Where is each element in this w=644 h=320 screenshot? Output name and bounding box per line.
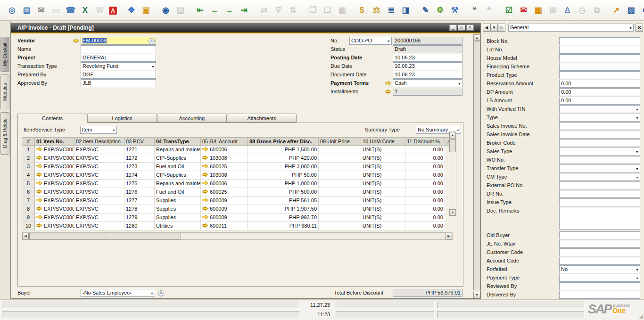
approved-by-field[interactable]: JLB [81,79,156,87]
cell-gl-account[interactable]: 103008 [201,171,248,180]
cell-trans-type[interactable]: Fuel and Oil [155,188,201,197]
database-tools-icon[interactable]: ⚒ [449,5,460,16]
cell-pcv[interactable]: 1273 [124,163,155,171]
cell-gross-price[interactable]: PHP 3,000.00 [248,163,319,171]
cell-item-no[interactable]: EXP/SVC000 [35,163,74,171]
column-header-05-g-l-account[interactable]: 05 G/L Account [201,137,248,146]
cell-item-no[interactable]: EXP/SVC000 [35,213,74,222]
transaction-type-select[interactable]: Revolving Fund▼ [81,62,156,70]
vendor-field[interactable]: EM-00009≡ [81,37,156,45]
name-field[interactable] [81,45,156,53]
cell-gl-account[interactable]: 600025 [201,163,248,171]
fax-icon[interactable]: ☎ [65,5,76,16]
window-vertical-scrollbar[interactable]: ▲ ▼ [473,34,480,298]
last-record-icon[interactable]: ⇥ [239,5,249,16]
tab-logistics[interactable]: Logistics [87,114,157,123]
transfer-type-select[interactable]: ▼ [559,164,640,172]
cell-n[interactable]: 8 [22,205,35,213]
cell-n[interactable]: 9 [22,213,35,222]
cell-pcv[interactable]: 1280 [124,222,155,230]
cell-trans-type[interactable]: CIP-Supplies [155,171,201,180]
column-header-01-item-no[interactable]: 01 Item No. [35,137,74,146]
cell-n[interactable]: 3 [22,163,35,171]
checklist-icon[interactable]: ☑ [504,5,514,16]
doc-remarks-field[interactable] [559,207,640,230]
alerts-icon[interactable]: ✉ [518,5,529,16]
cell-description[interactable]: EXP/SVC [74,146,124,154]
payment-terms-select[interactable]: Cash▼ [393,79,462,87]
cell-unit-price[interactable] [319,197,361,205]
link-arrow-icon[interactable] [202,147,208,152]
lb-amount-field[interactable]: 0.00 [559,97,640,105]
previous-record-icon[interactable]: ← [209,5,220,16]
issue-type-field[interactable] [559,198,640,206]
cell-description[interactable]: EXP/SVC [74,180,124,188]
cell-pcv[interactable]: 1275 [124,180,155,188]
table-row[interactable]: 6EXP/SVC000EXP/SVC1276Fuel and Oil600025… [22,188,460,197]
table-row[interactable]: 2EXP/SVC000EXP/SVC1272CIP-Supplies103008… [22,154,460,163]
cell-uom-code[interactable]: UNIT(S) [361,213,405,222]
cell-gross-price[interactable]: PHP 420.00 [248,154,319,163]
cell-n[interactable]: 1 [22,146,35,154]
cell-item-no[interactable]: EXP/SVC000 [35,180,74,188]
table-row[interactable]: 7EXP/SVC000EXP/SVC1277Supplies600009PHP … [22,197,460,205]
sales-invoice-no-field[interactable] [559,122,640,130]
block-no-field[interactable] [559,37,640,45]
cell-unit-price[interactable] [319,222,361,230]
grid-horizontal-scrollbar[interactable]: ◀ ∷∷ ▶ [22,232,453,240]
sidebar-tab-my-cockpit[interactable]: My Cockpit [0,37,9,72]
cell-unit-price[interactable] [319,171,361,180]
cell-trans-type[interactable]: Supplies [155,197,201,205]
cell-uom-code[interactable]: UNIT(S) [361,146,405,154]
cell-uom-code[interactable]: UNIT(S) [361,205,405,213]
cell-discount[interactable]: 0.00 [405,222,445,230]
cell-gl-account[interactable]: 600009 [201,205,248,213]
scroll-down-icon[interactable]: ▼ [449,209,456,216]
column-header-[interactable]: # [22,137,35,146]
lot-no-field[interactable] [559,46,640,54]
minimize-button[interactable]: _ [449,25,457,31]
column-header-10-uom-code[interactable]: 10 UoM Code [361,137,405,146]
grid-vertical-scrollbar[interactable]: ▲ ∷ ▼ [449,131,456,216]
cell-pcv[interactable]: 1279 [124,213,155,222]
link-arrow-icon[interactable] [202,189,208,194]
cell-gl-account[interactable]: 600006 [201,146,248,154]
cell-description[interactable]: EXP/SVC [74,197,124,205]
payment-means-icon[interactable]: $ [356,5,367,16]
link-arrow-icon[interactable] [36,197,42,203]
cell-unit-price[interactable] [319,213,361,222]
cell-trans-type[interactable]: Supplies [155,205,201,213]
link-arrow-icon[interactable] [385,89,391,94]
cell-item-no[interactable]: EXP/SVC000 [35,188,74,197]
broker-code-field[interactable] [559,139,640,147]
next-record-icon[interactable]: → [224,5,235,16]
table-row[interactable]: 10EXP/SVC000EXP/SVC1280Utilities600011PH… [22,222,460,230]
link-arrow-icon[interactable] [73,38,79,43]
cell-n[interactable]: 2 [22,154,35,163]
scroll-left-icon[interactable]: ◀ [22,233,29,239]
resize-grip[interactable]: ◢ [639,313,643,320]
wo-no-field[interactable] [559,156,640,164]
cm-type-select[interactable]: ▼ [559,173,640,181]
print-icon[interactable]: ▤ [21,5,32,16]
type-select[interactable]: ▼ [559,114,640,122]
cell-discount[interactable]: 0.00 [405,180,445,188]
posting-date-field[interactable]: 10.06.23 [393,54,462,62]
lock-screen-icon[interactable]: ▣ [140,5,151,16]
cell-description[interactable]: EXP/SVC [74,171,124,180]
cell-n[interactable]: 4 [22,171,35,180]
reservation-amount-field[interactable]: 0.00 [559,80,640,88]
journal-entry-icon[interactable]: ≣ [386,5,396,16]
due-date-field[interactable]: 10.06.23 [393,62,462,70]
buyer-select[interactable]: -No Sales Employee-▼ [81,289,155,297]
cell-description[interactable]: EXP/SVC [74,163,124,171]
cell-uom-code[interactable]: UNIT(S) [361,188,405,197]
cell-item-no[interactable]: EXP/SVC000 [35,205,74,213]
navigate-icon[interactable]: ✥ [126,5,137,16]
first-record-icon[interactable]: ⇤ [195,5,206,16]
no-series-select[interactable]: CDO-PO▼ [349,37,392,45]
link-arrow-icon[interactable] [202,223,208,228]
employee-icon[interactable]: ♙ [562,5,573,16]
delivered-by-field[interactable] [559,291,640,299]
table-row[interactable]: 4EXP/SVC000EXP/SVC1274CIP-Supplies103008… [22,171,460,180]
